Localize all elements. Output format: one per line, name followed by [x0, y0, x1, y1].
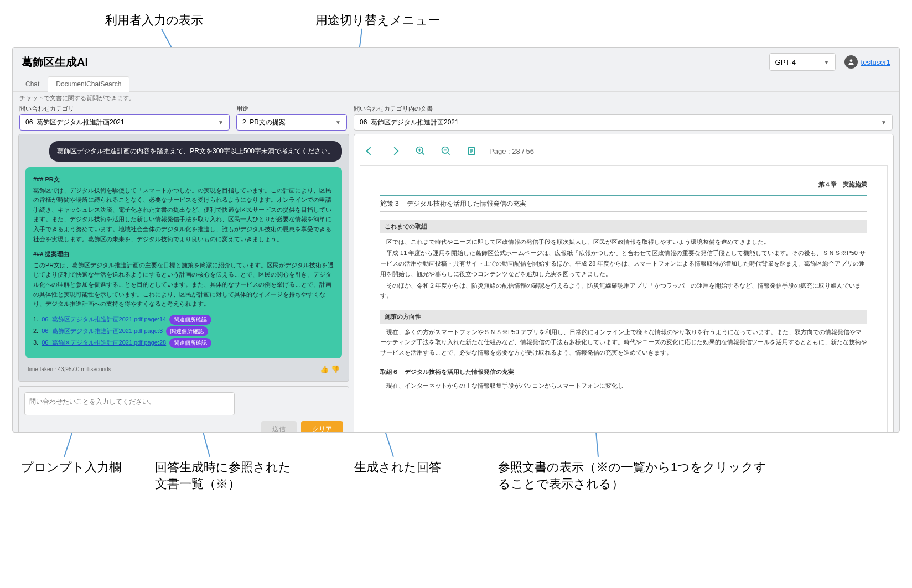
- helper-text: チャットで文書に関する質問ができます。: [13, 92, 899, 105]
- input-area: 送信 クリア: [18, 386, 349, 433]
- doc-section-title: 施策３ デジタル技術を活用した情報発信の充実: [380, 195, 867, 212]
- chevron-down-icon: ▼: [824, 59, 830, 65]
- document-page[interactable]: 第４章 実施施策 施策３ デジタル技術を活用した情報発信の充実 これまでの取組 …: [360, 165, 888, 433]
- svg-point-0: [849, 59, 852, 62]
- user-avatar-icon: [844, 55, 858, 69]
- doc-paragraph: 区では、これまで時代やニーズに即して区政情報の発信手段を順次拡大し、区民が区政情…: [380, 237, 867, 247]
- doc-paragraph: そのほか、令和２年度からは、防災無線の配信情報の確認を行えるよう、防災無線確認用…: [380, 280, 867, 301]
- chevron-down-icon: ▼: [218, 119, 224, 126]
- model-select[interactable]: GPT-4 ▼: [769, 53, 836, 71]
- chevron-down-icon: ▼: [335, 119, 341, 126]
- annotation-ref-docs: 回答生成時に参照された 文書一覧（※）: [155, 459, 291, 492]
- doc-subhead-past: これまでの取組: [380, 220, 867, 233]
- annotation-prompt-input: プロンプト入力欄: [21, 459, 121, 476]
- reference-link[interactable]: 06_葛飾区デジタル推進計画2021.pdf page:28: [42, 338, 166, 348]
- ai-heading-pr: ### PR文: [33, 175, 334, 185]
- reference-confirm-button[interactable]: 関連個所確認: [169, 315, 211, 325]
- doc-paragraph: 平成 11 年度から運用を開始した葛飾区公式ホームページは、広報紙「広報かつしか…: [380, 248, 867, 279]
- tab-bar: Chat DocumentChatSearch: [13, 76, 899, 92]
- doc-paragraph: 現在、インターネットからの主な情報収集手段がパソコンからスマートフォンに変化し: [380, 381, 867, 391]
- doc-subhead-direction: 施策の方向性: [380, 310, 867, 324]
- ai-message: ### PR文 葛飾区では、デジタル技術を駆使して「スマートかつしか」の実現を目…: [25, 167, 342, 358]
- zoom-in-button[interactable]: [413, 143, 428, 159]
- zoom-out-button[interactable]: [438, 143, 454, 159]
- reference-item: 3. 06_葛飾区デジタル推進計画2021.pdf page:28 関連個所確認: [33, 338, 334, 348]
- annotation-generated-answer: 生成された回答: [354, 459, 441, 476]
- user-message: 葛飾区デジタル推進計画の内容を踏まえて、PR文を300字以上500字未満で考えて…: [49, 141, 342, 162]
- chevron-down-icon: ▼: [881, 119, 887, 126]
- purpose-label: 用途: [236, 105, 347, 113]
- app-window: 葛飾区生成AI GPT-4 ▼ testuser1 Chat DocumentC…: [12, 47, 900, 433]
- feedback-thumbs[interactable]: 👍 👎: [320, 365, 340, 373]
- reference-list: 1. 06_葛飾区デジタル推進計画2021.pdf page:14 関連個所確認…: [33, 315, 334, 348]
- pdf-toolbar: Page : 28 / 56: [360, 140, 888, 165]
- chat-scroll-area[interactable]: 葛飾区デジタル推進計画の内容を踏まえて、PR文を300字以上500字未満で考えて…: [18, 134, 349, 382]
- doc-label: 問い合わせカテゴリ内の文書: [354, 105, 893, 113]
- reference-link[interactable]: 06_葛飾区デジタル推進計画2021.pdf page:14: [42, 315, 166, 325]
- annotation-purpose-menu: 用途切り替えメニュー: [315, 12, 440, 29]
- document-icon: [464, 143, 479, 159]
- username-link[interactable]: testuser1: [861, 58, 890, 66]
- category-dropdown[interactable]: 06_葛飾区デジタル推進計画2021 ▼: [19, 114, 230, 131]
- time-taken: time taken : 43,957.0 milliseconds: [28, 366, 111, 372]
- reference-confirm-button[interactable]: 関連個所確認: [166, 326, 208, 336]
- annotation-user-input: 利用者入力の表示: [105, 12, 203, 29]
- reference-number: 1.: [33, 315, 38, 325]
- prev-page-button[interactable]: [362, 143, 377, 159]
- doc-paragraph: 現在、多くの方がスマートフォンやＳＮＳ※P50 アプリを利用し、日常的にオンライ…: [380, 327, 867, 358]
- prompt-input[interactable]: [24, 392, 235, 415]
- purpose-value: 2_PR文の提案: [242, 118, 286, 127]
- send-button[interactable]: 送信: [261, 421, 297, 433]
- titlebar: 葛飾区生成AI GPT-4 ▼ testuser1: [13, 48, 899, 76]
- ai-heading-reason: ### 提案理由: [33, 249, 334, 259]
- clear-button[interactable]: クリア: [301, 421, 343, 433]
- reference-number: 2.: [33, 326, 38, 336]
- doc-item-title: 取組６ デジタル技術を活用した情報発信の充実: [380, 367, 867, 379]
- next-page-button[interactable]: [387, 143, 403, 159]
- model-select-value: GPT-4: [775, 58, 796, 66]
- ai-paragraph-reason: このPR文は、葛飾区デジタル推進計画の主要な目標と施策を簡潔に紹介しています。区…: [33, 261, 334, 309]
- reference-item: 1. 06_葛飾区デジタル推進計画2021.pdf page:14 関連個所確認: [33, 315, 334, 325]
- doc-chapter: 第４章 実施施策: [380, 179, 867, 190]
- reference-confirm-button[interactable]: 関連個所確認: [169, 338, 211, 348]
- app-title: 葛飾区生成AI: [22, 55, 88, 70]
- purpose-dropdown[interactable]: 2_PR文の提案 ▼: [236, 114, 347, 131]
- reference-number: 3.: [33, 338, 38, 348]
- document-viewer: Page : 28 / 56 第４章 実施施策 施策３ デジタル技術を活用した情…: [354, 134, 894, 433]
- tab-document-chat-search[interactable]: DocumentChatSearch: [48, 76, 129, 92]
- doc-value: 06_葛飾区デジタル推進計画2021: [360, 118, 459, 127]
- tab-chat[interactable]: Chat: [17, 76, 48, 91]
- reference-link[interactable]: 06_葛飾区デジタル推進計画2021.pdf page:3: [42, 326, 163, 336]
- annotation-ref-doc-display: 参照文書の表示（※の一覧から1つをクリックすることで表示される）: [498, 459, 775, 492]
- annotation-line: [64, 430, 73, 457]
- category-label: 問い合わせカテゴリ: [19, 105, 230, 113]
- reference-item: 2. 06_葛飾区デジタル推進計画2021.pdf page:3 関連個所確認: [33, 326, 334, 336]
- ai-paragraph-pr: 葛飾区では、デジタル技術を駆使して「スマートかつしか」の実現を目指しています。こ…: [33, 186, 334, 244]
- page-info: Page : 28 / 56: [489, 147, 534, 155]
- category-value: 06_葛飾区デジタル推進計画2021: [25, 118, 125, 127]
- doc-dropdown[interactable]: 06_葛飾区デジタル推進計画2021 ▼: [354, 114, 893, 131]
